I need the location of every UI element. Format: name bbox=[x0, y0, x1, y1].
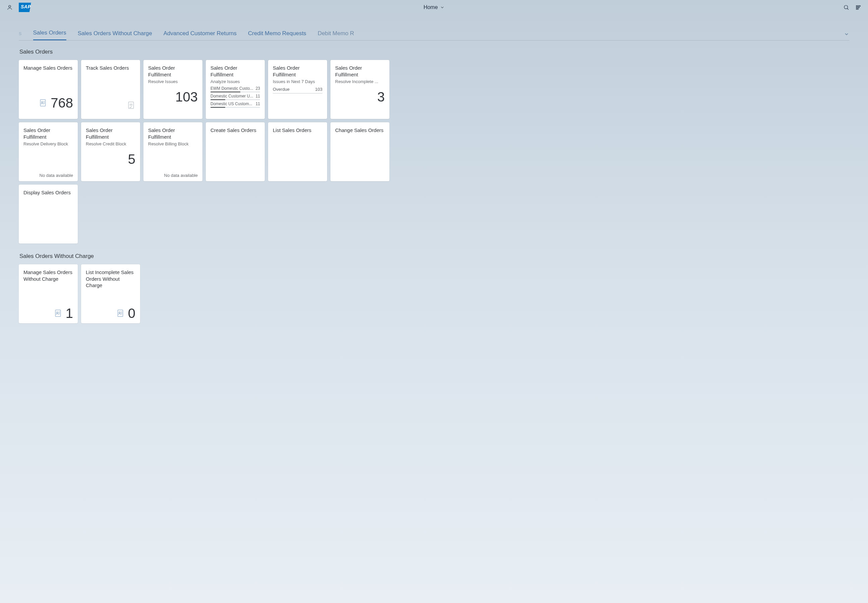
mini-row: EWM Domestic Custo... 23 bbox=[210, 86, 260, 93]
document-person-icon bbox=[54, 309, 62, 318]
tab-overflow-button[interactable] bbox=[844, 31, 849, 37]
search-icon[interactable] bbox=[843, 5, 849, 10]
mini-label: Domestic US Custom... bbox=[210, 102, 252, 106]
tile-list-sales-orders[interactable]: List Sales Orders bbox=[268, 122, 327, 181]
mini-list: EWM Domestic Custo... 23 Domestic Custom… bbox=[210, 86, 260, 108]
svg-point-0 bbox=[9, 5, 11, 8]
svg-rect-8 bbox=[55, 310, 60, 317]
tab-partial-left: s bbox=[19, 30, 22, 40]
sap-logo bbox=[19, 3, 37, 12]
tile-subtitle: Resolve Credit Block bbox=[86, 141, 135, 146]
tile-subtitle: Resolve Billing Block bbox=[148, 141, 198, 146]
overdue-metric: Overdue 103 bbox=[273, 87, 322, 93]
home-content: Sales Orders Manage Sales Orders 768 Tra… bbox=[0, 40, 868, 337]
tile-subtitle: Issues in Next 7 Days bbox=[273, 79, 322, 84]
svg-rect-10 bbox=[118, 310, 123, 317]
chevron-down-icon bbox=[440, 5, 444, 10]
mini-value: 23 bbox=[256, 86, 260, 91]
tile-list-incomplete-so-without-charge[interactable]: List Incomplete Sales Orders Without Cha… bbox=[81, 264, 140, 323]
tab-credit-memo[interactable]: Credit Memo Requests bbox=[248, 30, 306, 40]
tile-title: List Sales Orders bbox=[273, 127, 322, 134]
no-data-msg: No data available bbox=[148, 173, 198, 178]
kpi-value: 5 bbox=[86, 146, 135, 178]
kpi-value: 1 bbox=[66, 306, 73, 320]
svg-point-9 bbox=[56, 312, 58, 313]
document-person-icon bbox=[116, 309, 125, 318]
shell-header: Home bbox=[0, 0, 868, 15]
tile-resolve-incomplete[interactable]: Sales Order Fulfillment Resolve Incomple… bbox=[330, 60, 390, 119]
tile-subtitle: Analyze Issues bbox=[210, 79, 260, 84]
tile-title: Sales Order Fulfillment bbox=[86, 127, 135, 140]
tabbar: s Sales Orders Sales Orders Without Char… bbox=[19, 29, 849, 40]
mini-value: 11 bbox=[256, 102, 260, 106]
user-icon[interactable] bbox=[7, 5, 13, 10]
tile-grid-so-without-charge: Manage Sales Orders Without Charge 1 Lis… bbox=[19, 264, 849, 323]
tile-title: Manage Sales Orders Without Charge bbox=[23, 269, 73, 282]
tile-title: Sales Order Fulfillment bbox=[148, 65, 198, 78]
mini-label: EWM Domestic Custo... bbox=[210, 86, 253, 91]
tile-resolve-delivery-block[interactable]: Sales Order Fulfillment Resolve Delivery… bbox=[19, 122, 78, 181]
svg-rect-5 bbox=[40, 99, 46, 106]
svg-rect-3 bbox=[856, 7, 859, 8]
tile-track-sales-orders[interactable]: Track Sales Orders bbox=[81, 60, 140, 119]
kpi-value: 103 bbox=[148, 84, 198, 116]
metric-label: Overdue bbox=[273, 87, 289, 92]
svg-rect-4 bbox=[856, 9, 858, 9]
tile-title: Display Sales Orders bbox=[23, 189, 73, 196]
tabbar-container: s Sales Orders Sales Orders Without Char… bbox=[0, 15, 868, 40]
tab-debit-memo[interactable]: Debit Memo R bbox=[318, 30, 354, 40]
no-data-msg: No data available bbox=[23, 173, 73, 178]
metric-value: 103 bbox=[315, 87, 322, 92]
tile-manage-so-without-charge[interactable]: Manage Sales Orders Without Charge 1 bbox=[19, 264, 78, 323]
page-title-dropdown[interactable]: Home bbox=[424, 5, 445, 10]
shell-header-right bbox=[843, 5, 861, 10]
tile-title: Manage Sales Orders bbox=[23, 65, 73, 71]
tile-subtitle: Resolve Delivery Block bbox=[23, 141, 73, 146]
tile-subtitle: Resolve Issues bbox=[148, 79, 198, 84]
tile-title: Sales Order Fulfillment bbox=[148, 127, 198, 140]
shell-header-left bbox=[7, 3, 37, 12]
document-check-icon bbox=[127, 101, 135, 110]
tile-issues-next-7-days[interactable]: Sales Order Fulfillment Issues in Next 7… bbox=[268, 60, 327, 119]
notifications-icon[interactable] bbox=[855, 5, 861, 10]
tile-title: Change Sales Orders bbox=[335, 127, 385, 134]
tile-resolve-billing-block[interactable]: Sales Order Fulfillment Resolve Billing … bbox=[144, 122, 203, 181]
mini-row: Domestic Customer U... 11 bbox=[210, 94, 260, 100]
svg-point-11 bbox=[119, 312, 120, 313]
page-title: Home bbox=[424, 5, 438, 10]
tile-resolve-issues[interactable]: Sales Order Fulfillment Resolve Issues 1… bbox=[144, 60, 203, 119]
tile-subtitle: Resolve Incomplete ... bbox=[335, 79, 385, 84]
svg-rect-2 bbox=[856, 6, 860, 6]
tile-change-sales-orders[interactable]: Change Sales Orders bbox=[330, 122, 390, 181]
tile-grid-sales-orders: Manage Sales Orders 768 Track Sales Orde… bbox=[19, 60, 849, 244]
tile-title: Sales Order Fulfillment bbox=[335, 65, 385, 78]
tile-title: List Incomplete Sales Orders Without Cha… bbox=[86, 269, 135, 289]
tile-display-sales-orders[interactable]: Display Sales Orders bbox=[19, 185, 78, 244]
tab-advanced-returns[interactable]: Advanced Customer Returns bbox=[164, 30, 237, 40]
kpi-value: 768 bbox=[51, 96, 73, 110]
tab-sales-orders[interactable]: Sales Orders bbox=[33, 29, 67, 40]
tile-title: Sales Order Fulfillment bbox=[210, 65, 260, 78]
tile-resolve-credit-block[interactable]: Sales Order Fulfillment Resolve Credit B… bbox=[81, 122, 140, 181]
svg-point-1 bbox=[844, 5, 848, 9]
tile-title: Track Sales Orders bbox=[86, 65, 135, 71]
mini-row: Domestic US Custom... 11 bbox=[210, 102, 260, 108]
section-title: Sales Orders bbox=[19, 49, 849, 55]
tile-analyze-issues[interactable]: Sales Order Fulfillment Analyze Issues E… bbox=[206, 60, 265, 119]
section-title: Sales Orders Without Charge bbox=[19, 253, 849, 260]
tile-title: Sales Order Fulfillment bbox=[23, 127, 73, 140]
document-person-icon bbox=[39, 99, 47, 107]
tile-title: Sales Order Fulfillment bbox=[273, 65, 322, 78]
tab-so-without-charge[interactable]: Sales Orders Without Charge bbox=[78, 30, 152, 40]
mini-value: 11 bbox=[256, 94, 260, 99]
svg-point-6 bbox=[42, 102, 43, 103]
mini-label: Domestic Customer U... bbox=[210, 94, 253, 99]
kpi-value: 3 bbox=[335, 84, 385, 116]
kpi-value: 0 bbox=[128, 306, 135, 320]
tile-manage-sales-orders[interactable]: Manage Sales Orders 768 bbox=[19, 60, 78, 119]
tile-title: Create Sales Orders bbox=[210, 127, 260, 134]
tile-create-sales-orders[interactable]: Create Sales Orders bbox=[206, 122, 265, 181]
